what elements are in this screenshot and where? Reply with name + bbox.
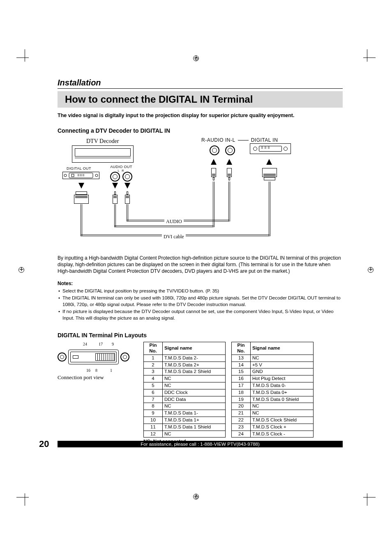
pin-cell: 4 <box>144 375 163 382</box>
signal-cell: +5 V <box>251 362 314 368</box>
signal-cell: T.M.D.S Data 0 Shield <box>251 396 314 403</box>
pin-cell: 6 <box>144 389 163 396</box>
pin-cell: 10 <box>144 417 163 424</box>
table-row: 16Hot Plug Detect <box>232 375 314 382</box>
table-row: 2T.M.D.S Data 2+ <box>144 362 226 368</box>
pin-tables: Pin No. Signal name 1T.M.D.S Data 2-2T.M… <box>143 342 343 444</box>
pin-cell: 13 <box>232 355 251 362</box>
pin-cell: 5 <box>144 382 163 389</box>
cable-plug-icon <box>226 168 232 180</box>
section-label: Installation <box>58 78 343 89</box>
pin-cell: 7 <box>144 396 163 403</box>
dtv-decoder-label: DTV Decoder <box>86 138 119 145</box>
crop-mark-icon <box>16 49 33 66</box>
subhead-pinlayouts: DIGITAL IN Terminal Pin Layouts <box>58 332 343 339</box>
signal-cell: NC <box>163 403 226 410</box>
signal-cell: T.M.D.S Data 0- <box>251 382 314 389</box>
pin-cell: 21 <box>232 410 251 417</box>
table-row: 5NC <box>144 382 226 389</box>
signal-cell: T.M.D.S Clock Shield <box>251 417 314 424</box>
signal-cell: T.M.D.S Data 2- <box>163 355 226 362</box>
cable-wire-icon <box>269 182 270 236</box>
footer-assistance-text: For assistance, please call : 1-888-VIEW… <box>58 441 343 447</box>
signal-cell: Hot Plug Detect <box>251 375 314 382</box>
cable-wire-icon <box>114 226 214 227</box>
table-row: 1T.M.D.S Data 2- <box>144 355 226 362</box>
audio-out-label: AUDIO OUT L R <box>107 165 136 172</box>
signal-cell: T.M.D.S Data 1- <box>163 410 226 417</box>
pin-marker: 16 <box>86 368 90 373</box>
pin-cell: 18 <box>232 389 251 396</box>
table-row: 23T.M.D.S Clock + <box>232 424 314 431</box>
pin-marker: 9 <box>112 342 114 346</box>
pin-cell: 20 <box>232 403 251 410</box>
registration-mark-icon <box>18 267 24 273</box>
signal-cell: DDC Clock <box>163 389 226 396</box>
notes-heading: Notes: <box>58 281 343 286</box>
table-row: 21NC <box>232 410 314 417</box>
dvi-plug-icon <box>74 191 89 204</box>
connector-caption: Connection port view <box>58 374 129 381</box>
cable-plug-icon <box>112 191 118 204</box>
page-content: Installation How to connect the DIGITAL … <box>58 78 343 444</box>
table-header-pin: Pin No. <box>144 342 163 355</box>
table-row: 22T.M.D.S Clock Shield <box>232 417 314 424</box>
pin-marker: 17 <box>99 342 103 346</box>
cable-wire-icon <box>81 204 82 236</box>
table-row: 6DDC Clock <box>144 389 226 396</box>
svg-point-1 <box>64 174 67 177</box>
rca-pair-icon <box>110 172 132 182</box>
table-row: 14+5 V <box>232 362 314 368</box>
arrow-down-icon <box>112 183 118 189</box>
pin-cell: 19 <box>232 396 251 403</box>
table-row: 20NC <box>232 403 314 410</box>
pin-marker: 1 <box>110 368 112 373</box>
note-item: The DIGITAL IN terminal can only be used… <box>58 295 343 308</box>
notes-list: Select the DIGITAL input position by pre… <box>58 288 343 322</box>
digital-out-label: DIGITAL OUT <box>67 166 91 170</box>
table-row: 8NC <box>144 403 226 410</box>
table-row: 7DDC Data <box>144 396 226 403</box>
pin-cell: 11 <box>144 424 163 431</box>
arrow-down-icon <box>78 183 84 189</box>
cable-plug-icon <box>211 168 217 180</box>
cable-plug-icon <box>125 191 130 204</box>
signal-cell: NC <box>163 382 226 389</box>
signal-cell: NC <box>163 431 226 438</box>
crop-mark-icon <box>359 49 376 66</box>
svg-rect-4 <box>71 174 74 177</box>
connector-diagram-icon: 24 17 9 16 8 1 <box>58 342 129 373</box>
registration-mark-icon <box>193 494 199 500</box>
dvi-cable-label: DVI cable <box>162 234 186 240</box>
dvi-port-icon <box>250 143 291 154</box>
pin-cell: 16 <box>232 375 251 382</box>
note-item: Select the DIGITAL input position by pre… <box>58 288 343 295</box>
table-row: 24T.M.D.S Clock - <box>232 431 314 438</box>
signal-cell: NC <box>251 403 314 410</box>
signal-cell: NC <box>251 355 314 362</box>
pin-cell: 12 <box>144 431 163 438</box>
pin-cell: 1 <box>144 355 163 362</box>
intro-text: The video signal is digitally input to t… <box>58 113 343 118</box>
pin-cell: 22 <box>232 417 251 424</box>
arrow-up-icon <box>266 159 272 165</box>
subhead-connecting: Connecting a DTV Decoder to DIGITAL IN <box>58 127 343 134</box>
table-row: 11T.M.D.S Data 1 Shield <box>144 424 226 431</box>
rca-jack-icon <box>225 145 235 155</box>
signal-cell: T.M.D.S Data 2 Shield <box>163 368 226 375</box>
pin-cell: 17 <box>232 382 251 389</box>
cable-wire-icon <box>228 182 230 221</box>
table-row: 4NC <box>144 375 226 382</box>
signal-cell: T.M.D.S Clock + <box>251 424 314 431</box>
table-row: 13NC <box>232 355 314 362</box>
page-footer: 20 For assistance, please call : 1-888-V… <box>39 439 343 449</box>
dvi-port-icon: ⠿⠿⠿ <box>62 172 99 179</box>
svg-point-2 <box>95 174 98 177</box>
pin-cell: 3 <box>144 368 163 375</box>
pin-layout-section: 24 17 9 16 8 1 Connection port view Pin … <box>58 342 343 444</box>
table-row: 18T.M.D.S Data 0+ <box>232 389 314 396</box>
signal-cell: NC <box>163 375 226 382</box>
signal-cell: GND <box>251 368 314 375</box>
pin-cell: 14 <box>232 362 251 368</box>
table-row: 3T.M.D.S Data 2 Shield <box>144 368 226 375</box>
